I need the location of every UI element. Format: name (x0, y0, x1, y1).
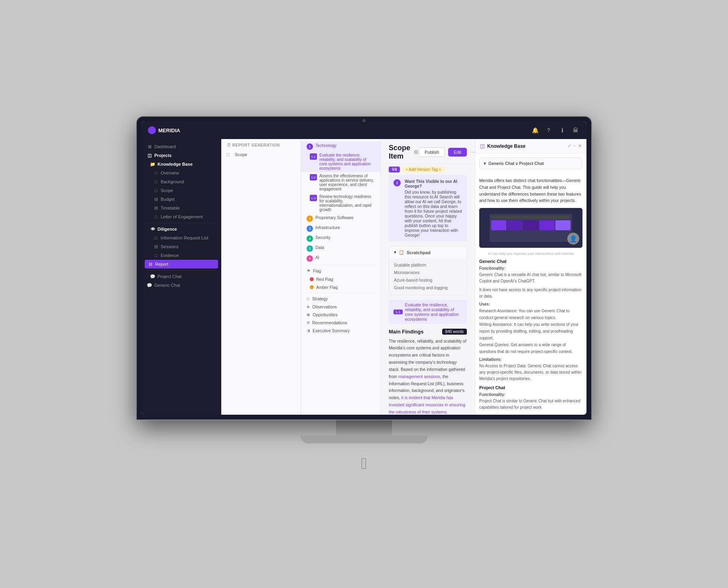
outline-item-exec-summary[interactable]: ◑ Executive Summary (301, 327, 380, 335)
kb-image: 👤 (479, 208, 582, 248)
budget-icon: ⊟ (153, 197, 158, 202)
outline-subitem-1-3[interactable]: 1.3 Review technology readiness for scal… (301, 193, 380, 214)
kb-project-chat-title: Project Chat (479, 385, 582, 390)
outline-label-1-3: Review technology readiness for scalabil… (319, 194, 375, 212)
outline-item-5[interactable]: 5 Data (301, 243, 380, 253)
sidebar-item-irl[interactable]: □ Information Request List (142, 233, 221, 242)
report-icon: ⊟ (148, 262, 153, 267)
info-banner-title: Want This Visible to our AI George? (405, 179, 462, 188)
scratchpad-item-2: Microservices (394, 269, 462, 276)
outline-label-1-1: Evaluate the resilience, reliability, an… (319, 153, 375, 171)
version-tag: V4 (389, 167, 400, 172)
kb-use-1: Research Assistance: You can use Generic… (479, 308, 582, 321)
sidebar-label-generic-chat: Generic Chat (154, 283, 180, 288)
diligence-icon: 👁 (150, 227, 155, 231)
sidebar-item-projects[interactable]: ◫ Projects (142, 151, 221, 160)
red-flag-dot (310, 277, 314, 281)
flag-item-red[interactable]: Red Flag (301, 275, 380, 283)
flag-icon: ⚑ (307, 269, 311, 274)
right-panel-scroll: ▾ Generic Chat v Project Chat Meridia of… (475, 153, 586, 415)
kb-article-header[interactable]: ▾ Generic Chat v Project Chat (480, 158, 582, 169)
flag-label-amber: Amber Flag (316, 285, 338, 290)
sidebar-item-knowledge-base[interactable]: 📁 Knowledge Base (142, 160, 221, 169)
sidebar-label-scope: Scope (161, 188, 173, 193)
main-findings: Main Findings 840 words The resilience, … (381, 329, 475, 415)
kb-access-text: It does not have access to any specific … (479, 287, 582, 300)
more-options-icon[interactable]: ··· (470, 149, 475, 156)
app-name: MERIDIA (158, 127, 180, 133)
question-icon[interactable]: ? (544, 126, 553, 135)
outline-label-5: Data (315, 245, 324, 250)
sidebar-item-report[interactable]: ⊟ Report (145, 260, 218, 269)
sidebar-item-evidence[interactable]: □ Evidence (142, 251, 221, 260)
right-panel: ◫ Knowledge Base ⤢ − ✕ ▾ (475, 139, 586, 415)
sidebar-item-sessions[interactable]: ⊟ Sessions (142, 242, 221, 251)
timetable-icon: ⊟ (153, 206, 158, 210)
subitem-badge: 1.1 (394, 310, 403, 314)
rec-icon: ⊕ (307, 320, 310, 325)
bell-icon[interactable]: 🔔 (531, 126, 539, 135)
kb-functionality-text: Generic Chat is a versatile AI chat bot,… (479, 272, 582, 284)
background-icon: □ (153, 179, 158, 184)
outline-badge-1-3: 1.3 (310, 195, 317, 201)
sidebar-item-budget[interactable]: ⊟ Budget (142, 195, 221, 204)
outline-label-opportunities: Opportunities (313, 312, 337, 317)
sidebar-label-report: Report (155, 262, 168, 267)
minimize-icon[interactable]: − (573, 143, 576, 149)
sidebar-item-scope[interactable]: □ Scope (142, 186, 221, 195)
sidebar-label-irl: Information Request List (161, 235, 208, 240)
outline-item-2[interactable]: 2 Proprietary Software (301, 214, 380, 223)
publish-button[interactable]: Publish (419, 147, 445, 157)
building-icon[interactable]: 🏛 (571, 126, 580, 135)
outline-item-3[interactable]: 3 Infrastructure (301, 223, 380, 233)
info-icon[interactable]: ℹ (558, 126, 567, 135)
outline-item-observations[interactable]: ◈ Observations (301, 303, 380, 311)
logo-icon (148, 126, 156, 134)
kb-limitations-label: Limitations: (479, 357, 582, 362)
sidebar-item-generic-chat[interactable]: 💬 Generic Chat (142, 281, 221, 290)
sidebar-item-project-chat[interactable]: 💬 Project Chat (142, 272, 221, 281)
nav-icon: 🗒 (227, 143, 232, 147)
edit-button[interactable]: Edit (448, 148, 467, 157)
sidebar-label-budget: Budget (161, 197, 175, 202)
overview-icon: □ (153, 171, 158, 175)
outline-item-tech[interactable]: 1 Technology (301, 141, 380, 151)
outline-item-4[interactable]: 4 Security (301, 233, 380, 243)
scratchpad-item-4: Good monitoring and logging (394, 284, 462, 292)
outline-item-strategy[interactable]: ◇ Strategy (301, 295, 380, 303)
outline-label-6: AI (315, 255, 319, 260)
findings-para-1: The resilience, reliability, and scalabi… (389, 338, 467, 415)
doc-tags: V4 + Add Version Tag + (381, 164, 475, 175)
top-bar-icons: 🔔 ? ℹ 🏛 (531, 126, 580, 135)
app-logo: MERIDIA (148, 126, 180, 134)
outline-label-recommendations: Recommendations (312, 320, 347, 325)
sidebar-item-diligence[interactable]: 👁 Diligence (142, 225, 221, 233)
add-version-tag-button[interactable]: + Add Version Tag + (402, 167, 444, 172)
outline-badge-2: 2 (307, 216, 313, 222)
outline-item-flag[interactable]: ⚑ Flag (301, 267, 380, 275)
outline-label-3: Infrastructure (315, 225, 340, 230)
outline-item-opportunities[interactable]: ◉ Opportunities (301, 311, 380, 319)
sidebar-item-timetable[interactable]: ⊟ Timetable (142, 204, 221, 212)
sidebar-item-dashboard[interactable]: ⊞ Dashboard (142, 142, 221, 151)
dashboard-icon: ⊞ (147, 144, 152, 149)
sidebar-item-background[interactable]: □ Background (142, 177, 221, 186)
sidebar-label-evidence: Evidence (161, 253, 179, 258)
nav-item-scope[interactable]: □ Scope (221, 150, 301, 159)
scratchpad-header[interactable]: ▾ 📋 Scratchpad (389, 247, 466, 258)
flag-item-amber[interactable]: Amber Flag (301, 283, 380, 291)
kb-use-3: General Queries: Get answers to a wide r… (479, 341, 582, 355)
outline-subitem-1-1[interactable]: 1.1 Evaluate the resilience, reliability… (301, 151, 380, 172)
outline-item-recommendations[interactable]: ⊕ Recommendations (301, 319, 380, 327)
outline-item-6[interactable]: 6 AI (301, 253, 380, 263)
scope-icon: □ (153, 188, 158, 193)
close-icon[interactable]: ✕ (578, 143, 582, 149)
sidebar-item-loe[interactable]: □ Letter of Engagement (142, 212, 221, 221)
left-sidebar: ⊞ Dashboard ◫ Projects 📁 Knowledge Base (142, 139, 221, 415)
sidebar-label-kb: Knowledge Base (157, 162, 193, 167)
expand-icon[interactable]: ⤢ (567, 143, 571, 149)
outline-badge-1-1: 1.1 (310, 153, 317, 160)
outline-badge-3: 3 (307, 225, 313, 232)
sidebar-item-overview[interactable]: □ Overview (142, 169, 221, 177)
outline-subitem-1-2[interactable]: 1.2 Assess the effectiveness of applicat… (301, 172, 380, 193)
